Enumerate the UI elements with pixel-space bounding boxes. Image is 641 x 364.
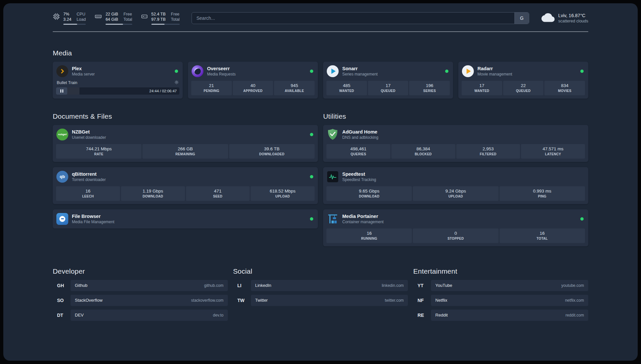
bookmark-name: StackOverflow: [75, 298, 103, 303]
service-name: Media Portainer: [342, 214, 383, 219]
memory-icon: [94, 13, 102, 20]
bookmark-name: Reddit: [435, 313, 448, 318]
bookmark-abbr: TW: [233, 295, 251, 306]
bookmark-name: DEV: [75, 313, 84, 318]
resource-label: Total: [171, 17, 179, 22]
cpu-icon: [53, 13, 60, 20]
bookmark-linkedin[interactable]: LI LinkedIn linkedin.com: [233, 280, 408, 291]
weather-widget[interactable]: Lviv, 16.87°C scattered clouds: [541, 12, 588, 24]
bookmark-abbr: NF: [413, 295, 431, 306]
weather-location: Lviv, 16.87°C: [558, 13, 588, 18]
service-card-portainer[interactable]: Media Portainer Container management 16 …: [323, 209, 588, 246]
bookmark-name: Netflix: [435, 298, 447, 303]
memory-progress-bar: [106, 24, 132, 25]
service-name: Speedtest: [342, 171, 376, 177]
bookmark-github[interactable]: GH Github github.com: [53, 280, 228, 291]
dashboard: 7% 3.24 CPU Load: [3, 3, 638, 361]
bookmark-domain: youtube.com: [561, 283, 584, 288]
status-dot: [310, 133, 313, 136]
resource-label: Total: [123, 17, 132, 22]
stat-tile: 16 LEECH: [56, 186, 120, 201]
service-card-filebrowser[interactable]: File Browser Media File Management: [53, 209, 318, 228]
service-card-speedtest[interactable]: Speedtest Speedtest Tracking 9.65 Gbps D…: [323, 167, 588, 204]
stat-tile: 17 QUEUED: [368, 81, 409, 95]
resource-value: 64 GiB: [106, 17, 118, 22]
bookmark-reddit[interactable]: RE Reddit reddit.com: [413, 310, 588, 321]
service-card-plex[interactable]: Plex Media server Bullet Train: [53, 62, 183, 99]
bookmark-name: LinkedIn: [255, 283, 271, 288]
service-name: Overseerr: [207, 66, 236, 71]
bookmark-abbr: SO: [53, 295, 71, 306]
top-bar: 7% 3.24 CPU Load: [53, 3, 588, 25]
service-name: qBittorrent: [72, 171, 106, 177]
service-card-nzbget[interactable]: nzbget NZBGet Usenet downloader 744.21 M…: [53, 125, 318, 162]
bookmark-dev[interactable]: DT DEV dev.to: [53, 310, 228, 321]
bookmark-name: Twitter: [255, 298, 268, 303]
service-card-overseerr[interactable]: Overseerr Media Requests 21 PENDING 40 A…: [188, 62, 318, 99]
service-description: DNS and adblocking: [342, 135, 378, 140]
gear-icon[interactable]: [174, 80, 179, 85]
search-input[interactable]: [192, 13, 514, 24]
bookmark-domain: netflix.com: [565, 298, 584, 303]
resource-value: 22 GiB: [106, 12, 118, 16]
filebrowser-icon: [56, 213, 69, 225]
playback-time: 24:44 / 02:06:47: [149, 89, 179, 93]
sonarr-icon: [326, 65, 339, 77]
weather-condition: scattered clouds: [558, 19, 588, 23]
cloud-icon: [541, 12, 555, 24]
bookmark-abbr: DT: [53, 310, 71, 321]
status-dot: [580, 217, 584, 221]
bookmark-abbr: RE: [413, 310, 431, 321]
now-playing-title: Bullet Train: [57, 80, 77, 85]
service-description: Usenet downloader: [72, 135, 106, 140]
search-provider-button[interactable]: G: [514, 13, 529, 24]
status-dot: [445, 70, 448, 73]
stat-tile: 485 WANTED: [326, 81, 367, 95]
bookmark-name: YouTube: [435, 283, 452, 288]
plex-icon: [56, 65, 69, 77]
service-name: AdGuard Home: [342, 129, 378, 135]
status-dot: [310, 217, 313, 221]
bookmark-twitter[interactable]: TW Twitter twitter.com: [233, 295, 408, 306]
resource-value: 3.24: [63, 17, 71, 22]
bookmark-abbr: GH: [53, 280, 71, 291]
service-card-sonarr[interactable]: Sonarr Series management 485 WANTED 17 Q…: [323, 62, 453, 99]
service-card-radarr[interactable]: Radarr Movie management 17 WANTED 22 QUE…: [458, 62, 588, 99]
section-title: Social: [233, 267, 408, 275]
bookmark-domain: github.com: [204, 283, 224, 288]
resource-value: 7%: [63, 12, 71, 16]
section-media: Media Plex Media server: [53, 49, 588, 99]
bookmark-domain: twitter.com: [385, 298, 404, 303]
overseerr-icon: [191, 65, 204, 77]
stat-tile: 266 GB REMAINING: [142, 144, 228, 159]
stat-tile: 1.19 Gbps DOWNLOAD: [121, 186, 185, 201]
section-entertainment: Entertainment YT YouTube youtube.com NF …: [413, 267, 588, 324]
bookmark-domain: dev.to: [213, 313, 224, 318]
bookmark-abbr: LI: [233, 280, 251, 291]
pause-button[interactable]: [56, 87, 67, 95]
bookmark-domain: stackoverflow.com: [191, 298, 224, 303]
stat-tile: 9.24 Gbps UPLOAD: [413, 186, 498, 201]
playback-progress-bar[interactable]: 24:44 / 02:06:47: [56, 87, 179, 95]
bookmark-stackoverflow[interactable]: SO StackOverflow stackoverflow.com: [53, 295, 228, 306]
stat-tile: 834 MOVIES: [544, 81, 585, 95]
resource-label: Load: [76, 17, 86, 22]
bookmark-netflix[interactable]: NF Netflix netflix.com: [413, 295, 588, 306]
section-social: Social LI LinkedIn linkedin.com TW Twitt…: [233, 267, 408, 310]
service-description: Media Requests: [207, 72, 236, 76]
service-card-qbittorrent[interactable]: qb qBittorrent Torrent downloader 16: [53, 167, 318, 204]
bookmark-abbr: YT: [413, 280, 431, 291]
service-description: Speedtest Tracking: [342, 177, 376, 182]
service-card-adguard[interactable]: AdGuard Home DNS and adblocking 498,461 …: [323, 125, 588, 162]
stat-tile: 21 PENDING: [191, 81, 232, 95]
stat-tile: 39.6 TB DOWNLOADED: [229, 144, 315, 159]
stat-tile: 47.571 ms LATENCY: [521, 144, 585, 159]
bookmark-youtube[interactable]: YT YouTube youtube.com: [413, 280, 588, 291]
service-name: Sonarr: [342, 66, 378, 71]
service-description: Media server: [72, 72, 95, 76]
service-description: Torrent downloader: [72, 177, 106, 182]
service-description: Movie management: [477, 72, 512, 76]
cpu-progress-bar: [63, 24, 86, 25]
service-description: Series management: [342, 72, 378, 76]
stat-tile: 16 TOTAL: [500, 228, 585, 243]
